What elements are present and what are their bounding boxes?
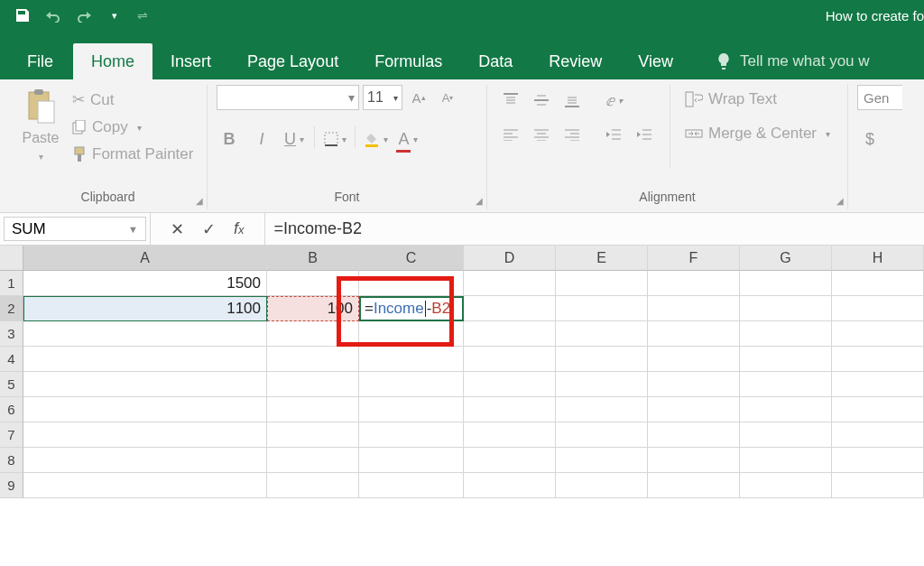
col-header-c[interactable]: C	[359, 246, 464, 271]
cell-f3[interactable]	[648, 321, 740, 347]
row-header-5[interactable]: 5	[0, 372, 23, 397]
cell-f5[interactable]	[648, 372, 740, 397]
orientation-icon[interactable]: ⅇ	[599, 88, 628, 112]
cell-d8[interactable]	[464, 448, 556, 473]
cancel-formula-icon[interactable]: ✕	[171, 219, 184, 239]
cell-d7[interactable]	[464, 422, 556, 448]
cell-a5[interactable]	[23, 372, 267, 397]
cell-g5[interactable]	[740, 372, 832, 397]
cell-d1[interactable]	[464, 271, 556, 296]
row-header-3[interactable]: 3	[0, 321, 23, 347]
tab-insert[interactable]: Insert	[152, 43, 229, 79]
name-box[interactable]: SUM ▼	[4, 217, 146, 241]
qat-customize-icon[interactable]: ▾	[101, 2, 128, 29]
cell-d4[interactable]	[464, 347, 556, 372]
cell-f8[interactable]	[648, 448, 740, 473]
font-color-button[interactable]: A	[395, 126, 420, 152]
col-header-h[interactable]: H	[832, 246, 924, 271]
cell-h2[interactable]	[832, 296, 924, 321]
decrease-indent-icon[interactable]	[599, 123, 628, 146]
cell-g9[interactable]	[740, 473, 832, 498]
cell-g6[interactable]	[740, 397, 832, 422]
fx-icon[interactable]: fx	[234, 219, 245, 238]
cell-e2[interactable]	[556, 296, 648, 321]
tab-review[interactable]: Review	[531, 43, 620, 79]
cell-h3[interactable]	[832, 321, 924, 347]
fill-color-button[interactable]	[363, 126, 388, 152]
cell-b9[interactable]	[267, 473, 359, 498]
tab-formulas[interactable]: Formulas	[356, 43, 460, 79]
row-header-2[interactable]: 2	[0, 296, 23, 321]
enter-formula-icon[interactable]: ✓	[202, 219, 216, 239]
row-header-9[interactable]: 9	[0, 473, 23, 498]
tab-page-layout[interactable]: Page Layout	[229, 43, 356, 79]
cell-f1[interactable]	[648, 271, 740, 296]
cell-b8[interactable]	[267, 448, 359, 473]
cell-d6[interactable]	[464, 397, 556, 422]
cell-b6[interactable]	[267, 397, 359, 422]
decrease-font-icon[interactable]: A▾	[435, 85, 460, 110]
font-size-selector[interactable]: 11▾	[363, 85, 402, 110]
cell-g8[interactable]	[740, 448, 832, 473]
align-middle-icon[interactable]	[527, 88, 556, 112]
tab-data[interactable]: Data	[460, 43, 531, 79]
undo-icon[interactable]	[40, 2, 67, 29]
cell-g7[interactable]	[740, 422, 832, 448]
cell-c2[interactable]: =Income-B2	[359, 296, 464, 321]
cell-e3[interactable]	[556, 321, 648, 347]
cell-b5[interactable]	[267, 372, 359, 397]
formula-input[interactable]: =Income-B2	[265, 213, 924, 245]
cell-a9[interactable]	[23, 473, 267, 498]
cell-h5[interactable]	[832, 372, 924, 397]
align-center-icon[interactable]	[527, 123, 556, 146]
cell-g4[interactable]	[740, 347, 832, 372]
cell-e9[interactable]	[556, 473, 648, 498]
alignment-launcher-icon[interactable]: ◢	[836, 196, 844, 206]
cell-e1[interactable]	[556, 271, 648, 296]
cell-h6[interactable]	[832, 397, 924, 422]
cell-b3[interactable]	[267, 321, 359, 347]
font-launcher-icon[interactable]: ◢	[476, 196, 483, 206]
cell-b2[interactable]: 100	[267, 296, 359, 321]
cell-h7[interactable]	[832, 422, 924, 448]
cell-g1[interactable]	[740, 271, 832, 296]
copy-button[interactable]: Copy	[69, 116, 197, 138]
cell-b4[interactable]	[267, 347, 359, 372]
cell-b1[interactable]	[267, 271, 359, 296]
number-format-selector[interactable]: Gen	[857, 85, 902, 110]
align-left-icon[interactable]	[496, 123, 525, 146]
cell-e7[interactable]	[556, 422, 648, 448]
cell-a6[interactable]	[23, 397, 267, 422]
row-header-6[interactable]: 6	[0, 397, 23, 422]
col-header-d[interactable]: D	[464, 246, 556, 271]
cell-a1[interactable]: 1500	[23, 271, 267, 296]
col-header-b[interactable]: B	[267, 246, 359, 271]
cell-h9[interactable]	[832, 473, 924, 498]
cell-a2[interactable]: 1100	[23, 296, 267, 321]
col-header-g[interactable]: G	[740, 246, 832, 271]
bold-button[interactable]: B	[217, 126, 242, 152]
wrap-text-button[interactable]: Wrap Text	[681, 88, 834, 110]
cell-d9[interactable]	[464, 473, 556, 498]
cell-g2[interactable]	[740, 296, 832, 321]
cell-e5[interactable]	[556, 372, 648, 397]
col-header-e[interactable]: E	[556, 246, 648, 271]
cell-c8[interactable]	[359, 448, 464, 473]
cell-c3[interactable]	[359, 321, 464, 347]
cell-h8[interactable]	[832, 448, 924, 473]
tell-me-search[interactable]: Tell me what you w	[716, 43, 924, 79]
cell-c1[interactable]	[359, 271, 464, 296]
col-header-a[interactable]: A	[23, 246, 267, 271]
cell-c6[interactable]	[359, 397, 464, 422]
cut-button[interactable]: ✂ Cut	[69, 88, 197, 111]
col-header-f[interactable]: F	[648, 246, 740, 271]
cell-c4[interactable]	[359, 347, 464, 372]
cell-c5[interactable]	[359, 372, 464, 397]
cell-a8[interactable]	[23, 448, 267, 473]
row-header-7[interactable]: 7	[0, 422, 23, 448]
row-header-4[interactable]: 4	[0, 347, 23, 372]
cell-c7[interactable]	[359, 422, 464, 448]
underline-button[interactable]: U	[282, 126, 307, 152]
cell-b7[interactable]	[267, 422, 359, 448]
align-bottom-icon[interactable]	[558, 88, 587, 112]
